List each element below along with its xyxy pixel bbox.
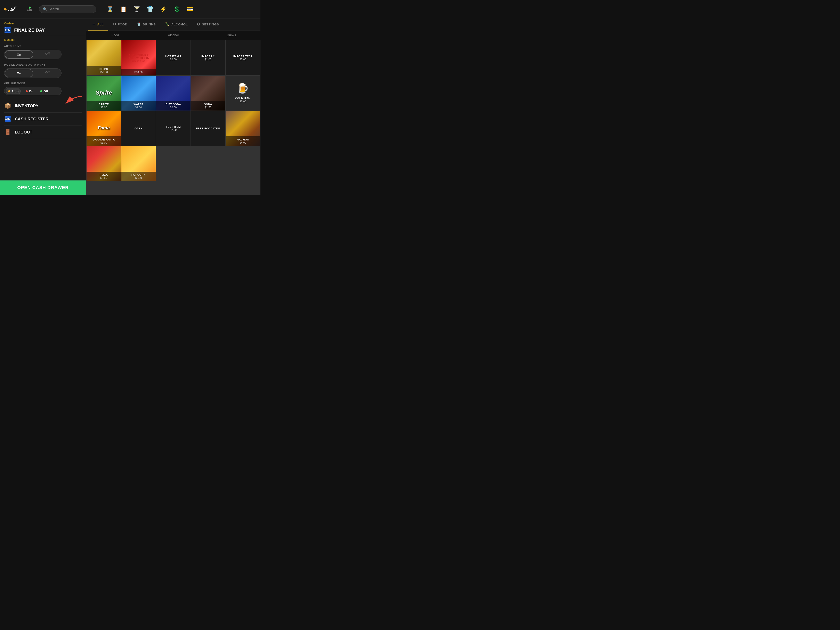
auto-print-on-btn[interactable]: On — [5, 50, 33, 58]
tab-settings-label: SETTINGS — [202, 22, 219, 26]
tab-settings[interactable]: ⚙ SETTINGS — [193, 19, 224, 30]
product-nachos[interactable]: NACHOS $4.00 — [226, 111, 260, 146]
fanta-logo: Fanta — [98, 125, 110, 131]
product-soda[interactable]: SODA $2.50 — [191, 76, 226, 111]
auto-print-off-btn[interactable]: Off — [34, 50, 61, 59]
product-testitem[interactable]: TEST ITEM $2.00 — [156, 111, 191, 146]
sub-tab-food[interactable]: Food — [86, 31, 144, 40]
product-orangefanta-name: ORANGE FANTA — [87, 138, 120, 141]
sidebar-item-logout[interactable]: 🚪 LOGOUT — [4, 126, 82, 139]
offline-mode-section: OFFLINE MODE Auto On Off — [4, 82, 82, 95]
open-cash-drawer-button[interactable]: OPEN CASH DRAWER — [0, 180, 86, 195]
happyhour-title: ★ HAPPY HOUR ★ — [128, 54, 149, 57]
content-area: ∞ ALL ✂ FOOD 🥤 DRINKS 🍾 ALCOHOL ⚙ SETTIN… — [86, 19, 261, 195]
product-chips[interactable]: CHIPS $50.00 — [87, 40, 121, 75]
sidebar-cashier-section: Cashier 🏧 FINALIZE DAY — [0, 19, 86, 35]
finalize-icon: 🏧 — [4, 27, 11, 33]
finalize-day-row[interactable]: 🏧 FINALIZE DAY — [4, 27, 82, 33]
product-hotitem2[interactable]: HOT ITEM 2 $2.00 — [156, 40, 191, 75]
search-icon: 🔍 — [43, 7, 47, 11]
product-dietsoda-price: $2.50 — [157, 106, 190, 109]
nav-icon-cocktail[interactable]: 🍸 — [133, 6, 141, 13]
mobile-orders-off-btn[interactable]: Off — [34, 68, 61, 78]
product-sprite-name: SPRITE — [87, 103, 120, 106]
tab-food-label: FOOD — [118, 22, 127, 26]
product-hotitem2-overlay: HOT ITEM 2 $2.00 — [165, 55, 181, 61]
offline-mode-toggle[interactable]: Auto On Off — [4, 87, 62, 95]
inventory-icon: 📦 — [4, 103, 11, 109]
product-colditem[interactable]: 🍺 COLD ITEM $5.00 — [226, 76, 260, 111]
nav-icon-card[interactable]: 💳 — [186, 6, 194, 13]
happyhour-badge: ★ HAPPY HOUR ★ HAPPY HOUR LIQUOR SHOT — [126, 52, 151, 64]
product-nachos-name: NACHOS — [226, 138, 259, 141]
product-sprite[interactable]: Sprite SPRITE $3.00 — [87, 76, 121, 111]
search-placeholder: Search — [49, 7, 59, 11]
auto-print-toggle[interactable]: On Off — [4, 50, 62, 59]
offline-auto-btn[interactable]: Auto — [6, 88, 21, 94]
tab-drinks-label: DRINKS — [143, 22, 156, 26]
nav-icon-dollar[interactable]: 💲 — [173, 6, 180, 13]
offline-off-label: Off — [43, 89, 48, 93]
search-bar[interactable]: 🔍 Search — [39, 5, 96, 13]
product-open[interactable]: OPEN — [122, 111, 156, 146]
product-sprite-overlay: SPRITE $3.00 — [87, 101, 121, 111]
logo-dot — [4, 8, 6, 11]
product-testitem-price: $2.00 — [166, 128, 181, 131]
product-open-overlay: OPEN — [134, 127, 142, 130]
product-dietsoda[interactable]: DIET SODA $2.50 — [156, 76, 191, 111]
cash-register-label: CASH REGISTER — [15, 117, 48, 122]
product-colditem-name: COLD ITEM — [235, 97, 251, 100]
product-pizza[interactable]: PIZZA $3.50 — [87, 146, 121, 181]
nav-icon-hourglass[interactable]: ⌛ — [107, 6, 114, 13]
nav-icon-menu[interactable]: 📋 — [120, 6, 127, 13]
mobile-orders-on-btn[interactable]: On — [5, 69, 33, 77]
nav-icon-bolt[interactable]: ⚡ — [160, 6, 167, 13]
product-import2[interactable]: IMPORT 2 $2.00 — [191, 40, 226, 75]
tab-food-icon: ✂ — [113, 22, 116, 27]
sub-tab-drinks[interactable]: Drinks — [202, 31, 261, 40]
product-importtest[interactable]: IMPORT TEST $5.00 — [226, 40, 260, 75]
product-freefooditem-overlay: FREE FOOD ITEM — [196, 127, 220, 130]
open-cash-drawer-label: OPEN CASH DRAWER — [17, 185, 69, 190]
tab-food[interactable]: ✂ FOOD — [108, 19, 132, 30]
product-orangefanta[interactable]: Fanta ORANGE FANTA $3.00 — [87, 111, 121, 146]
product-pizza-name: PIZZA — [87, 173, 120, 176]
product-happyhour[interactable]: ★ HAPPY HOUR ★ HAPPY HOUR LIQUOR SHOT $1… — [122, 40, 156, 75]
product-water-overlay: WATER $1.00 — [122, 101, 156, 111]
dot-green — [40, 90, 42, 92]
product-orangefanta-price: $3.00 — [87, 141, 120, 144]
tab-alcohol[interactable]: 🍾 ALCOHOL — [160, 19, 193, 30]
tab-drinks-icon: 🥤 — [136, 22, 141, 27]
mobile-orders-toggle[interactable]: On Off — [4, 68, 62, 78]
battery-dot — [29, 6, 31, 9]
sidebar-item-cash-register[interactable]: 🏧 CASH REGISTER — [4, 112, 82, 126]
product-popcorn-name: POPCORN — [122, 173, 155, 176]
inventory-label: INVENTORY — [15, 104, 39, 108]
offline-auto-label: Auto — [11, 89, 19, 93]
logout-label: LOGOUT — [15, 130, 32, 134]
product-testitem-name: TEST ITEM — [166, 125, 181, 128]
cold-item-beer-icon: 🍺 — [237, 82, 249, 94]
offline-on-btn[interactable]: On — [24, 88, 35, 94]
offline-off-btn[interactable]: Off — [38, 88, 50, 94]
product-water-price: $1.00 — [122, 106, 155, 109]
auto-print-title: AUTO PRINT — [4, 45, 82, 47]
product-importtest-overlay: IMPORT TEST $5.00 — [234, 55, 253, 61]
sidebar-item-inventory[interactable]: 📦 INVENTORY — [4, 99, 82, 112]
tab-all[interactable]: ∞ ALL — [88, 19, 108, 30]
product-water[interactable]: WATER $1.00 — [122, 76, 156, 111]
logo-area: 𝒜 — [4, 5, 21, 13]
top-nav: 𝒜 81% 🔍 Search ⌛ 📋 🍸 👕 ⚡ 💲 💳 — [0, 0, 261, 19]
sub-tab-alcohol[interactable]: Alcohol — [144, 31, 202, 40]
product-freefooditem[interactable]: FREE FOOD ITEM — [191, 111, 226, 146]
product-happyhour-overlay: $10.00 — [122, 69, 156, 75]
product-popcorn[interactable]: POPCORN $3.00 — [122, 146, 156, 181]
product-testitem-overlay: TEST ITEM $2.00 — [166, 125, 181, 131]
product-importtest-price: $5.00 — [234, 58, 253, 61]
logo-icon: 𝒜 — [8, 5, 14, 13]
tab-drinks[interactable]: 🥤 DRINKS — [132, 19, 160, 30]
product-hotitem2-name: HOT ITEM 2 — [165, 55, 181, 58]
nav-icon-shirt[interactable]: 👕 — [147, 6, 154, 13]
main-layout: Cashier 🏧 FINALIZE DAY Manager AUTO PRIN… — [0, 19, 261, 195]
cash-register-icon: 🏧 — [4, 116, 11, 122]
